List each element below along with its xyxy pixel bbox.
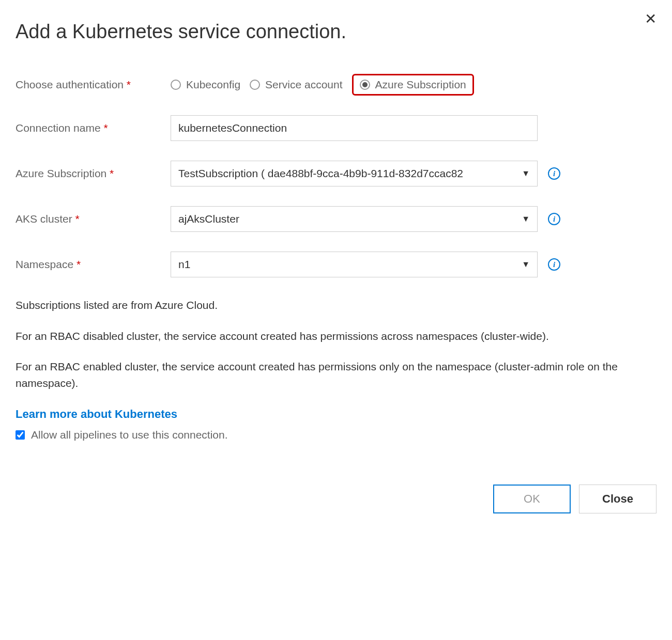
namespace-label: Namespace * [16,258,171,271]
radio-azure-subscription-label: Azure Subscription [375,79,466,91]
azure-subscription-value: TestSubscription ( dae488bf-9cca-4b9b-91… [178,167,516,180]
connection-name-label: Connection name * [16,122,171,134]
authentication-row: Choose authentication * Kubeconfig Servi… [16,74,656,96]
radio-kubeconfig[interactable]: Kubeconfig [171,79,240,91]
connection-name-input[interactable] [171,115,538,141]
description-block: Subscriptions listed are from Azure Clou… [16,297,656,443]
radio-kubeconfig-label: Kubeconfig [186,79,240,91]
azure-subscription-dropdown[interactable]: TestSubscription ( dae488bf-9cca-4b9b-91… [171,161,538,186]
radio-icon [171,80,181,90]
azure-subscription-label-text: Azure Subscription [16,167,106,179]
chevron-down-icon: ▼ [522,214,530,224]
connection-name-label-text: Connection name [16,122,101,134]
radio-azure-subscription[interactable]: Azure Subscription [352,74,474,96]
info-icon[interactable]: i [548,258,560,271]
aks-cluster-dropdown[interactable]: ajAksCluster ▼ [171,206,538,232]
ok-button[interactable]: OK [493,485,571,513]
info-icon[interactable]: i [548,167,560,180]
button-row: OK Close [16,485,656,513]
description-line-1: Subscriptions listed are from Azure Clou… [16,297,656,314]
radio-service-account-label: Service account [265,79,342,91]
close-icon[interactable]: ✕ [645,10,656,27]
aks-cluster-row: AKS cluster * ajAksCluster ▼ i [16,206,656,232]
azure-subscription-label: Azure Subscription * [16,167,171,180]
namespace-row: Namespace * n1 ▼ i [16,252,656,277]
description-line-3: For an RBAC enabled cluster, the service… [16,358,656,391]
allow-pipelines-checkbox[interactable] [16,430,25,440]
allow-pipelines-row: Allow all pipelines to use this connecti… [16,427,656,443]
aks-cluster-label-text: AKS cluster [16,213,72,225]
azure-subscription-row: Azure Subscription * TestSubscription ( … [16,161,656,186]
description-line-2: For an RBAC disabled cluster, the servic… [16,328,656,345]
chevron-down-icon: ▼ [522,169,530,178]
close-button[interactable]: Close [579,485,656,513]
namespace-label-text: Namespace [16,258,73,270]
learn-more-link[interactable]: Learn more about Kubernetes [16,405,177,423]
authentication-label-text: Choose authentication [16,79,124,90]
authentication-radio-group: Kubeconfig Service account Azure Subscri… [171,74,474,96]
allow-pipelines-label: Allow all pipelines to use this connecti… [31,427,228,443]
authentication-required-mark: * [127,79,131,90]
chevron-down-icon: ▼ [522,260,530,269]
namespace-dropdown[interactable]: n1 ▼ [171,252,538,277]
namespace-value: n1 [178,258,516,271]
aks-cluster-required-mark: * [75,213,80,225]
authentication-label: Choose authentication * [16,79,171,91]
dialog-title: Add a Kubernetes service connection. [16,21,656,43]
aks-cluster-label: AKS cluster * [16,213,171,225]
radio-service-account[interactable]: Service account [250,79,342,91]
info-icon[interactable]: i [548,213,560,225]
aks-cluster-value: ajAksCluster [178,213,516,225]
radio-icon [360,80,370,90]
namespace-required-mark: * [77,258,81,270]
connection-name-row: Connection name * [16,115,656,141]
azure-subscription-required-mark: * [110,167,114,179]
connection-name-required-mark: * [103,122,108,134]
radio-icon [250,80,260,90]
